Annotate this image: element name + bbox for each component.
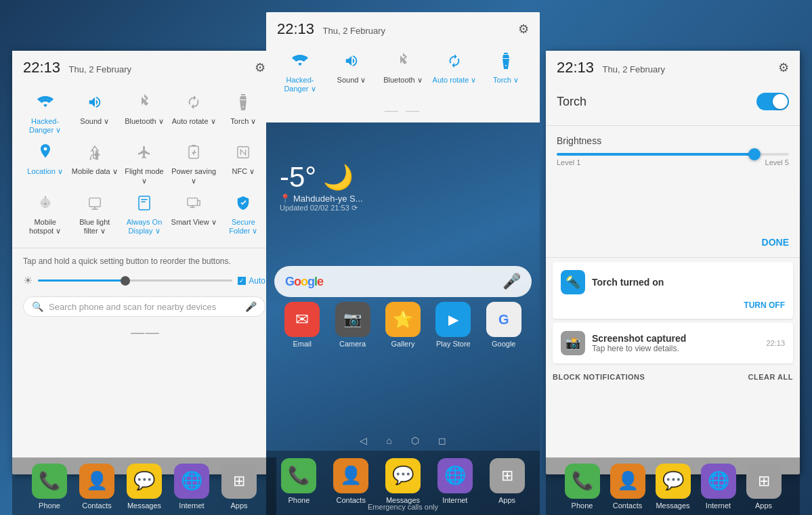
divider-right-1 (546, 125, 800, 126)
search-bar-left[interactable]: 🔍 Search phone and scan for nearby devic… (23, 296, 265, 317)
qs-sound[interactable]: Sound ∨ (72, 87, 118, 135)
drag-handle-left: — — (12, 322, 276, 343)
qs-securefolder[interactable]: Secure Folder ∨ (220, 188, 266, 236)
torch-notif-header: 🔦 Torch turned on (561, 270, 785, 294)
qs-torch[interactable]: Torch ∨ (220, 87, 266, 135)
app-camera-center[interactable]: 📷 Camera (335, 302, 370, 348)
center-sound-icon (337, 46, 366, 76)
auto-checkbox[interactable]: ✓ (238, 277, 246, 285)
dock-contacts-right[interactable]: 👤 Contacts (610, 464, 645, 510)
brightness-icon-left: ☀ (23, 274, 33, 287)
dock-internet-left[interactable]: 🌐 Internet (174, 464, 209, 510)
dock-phone-left[interactable]: 📞 Phone (32, 464, 67, 510)
dock-internet-label-right: Internet (706, 501, 731, 510)
qs-center-wifi[interactable]: Hacked-Danger ∨ (277, 46, 323, 93)
time-left: 22:13 (23, 59, 60, 76)
center-wifi-icon (285, 46, 315, 76)
dock-messages-label-right: Messages (656, 501, 689, 510)
brightness-fill-left (38, 279, 125, 282)
qs-mobiledata[interactable]: Mobile data ∨ (72, 137, 118, 185)
qs-bluelightfilter[interactable]: Blue light filter ∨ (72, 188, 118, 236)
qs-smartview[interactable]: Smart View ∨ (171, 188, 217, 236)
qs-center-autorotate[interactable]: Auto rotate ∨ (431, 46, 477, 93)
qs-powersaving[interactable]: Power saving ∨ (171, 137, 217, 185)
done-button[interactable]: DONE (546, 231, 800, 253)
brightness-min: Level 1 (557, 158, 580, 166)
contacts-icon-right: 👤 (610, 464, 645, 499)
mic-icon-center[interactable]: 🎤 (503, 273, 521, 290)
divider-1 (12, 248, 276, 248)
brightness-bar-right[interactable] (557, 153, 789, 156)
svg-rect-10 (141, 201, 146, 202)
nav-recent-center[interactable]: ◻ (438, 435, 446, 446)
brightness-slider-left[interactable] (38, 279, 232, 282)
dock-internet-center[interactable]: 🌐 Internet (437, 458, 473, 504)
qs-row-3: Mobile hotspot ∨ Blue light filter ∨ Alw… (20, 188, 268, 236)
torch-toggle[interactable] (756, 93, 789, 110)
torch-notif-title: Torch turned on (592, 277, 785, 288)
settings-icon-right[interactable]: ⚙ (778, 60, 789, 75)
qs-nfc[interactable]: NFC ∨ (220, 137, 266, 185)
dock-apps-center[interactable]: ⊞ Apps (490, 458, 525, 504)
dock-messages-right[interactable]: 💬 Messages (656, 464, 691, 510)
phone-icon-right: 📞 (565, 464, 600, 499)
securefolder-icon (228, 188, 258, 218)
screenshot-notif-icon: 📸 (561, 331, 585, 355)
dock-contacts-center[interactable]: 👤 Contacts (333, 458, 368, 504)
dock-messages-center[interactable]: 💬 Messages (385, 458, 421, 504)
turn-off-button[interactable]: TURN OFF (744, 300, 785, 310)
qs-bluetooth-label: Bluetooth ∨ (125, 117, 164, 126)
dock-internet-right[interactable]: 🌐 Internet (701, 464, 736, 510)
screenshot-notification: 📸 Screenshot captured Tap here to view d… (553, 323, 793, 363)
contacts-icon-center: 👤 (333, 458, 368, 493)
qs-wifi[interactable]: Hacked-Danger ∨ (22, 87, 68, 135)
qs-autorotate[interactable]: Auto rotate ∨ (171, 87, 217, 135)
center-bluetooth-icon (388, 46, 418, 76)
center-wifi-label: Hacked-Danger ∨ (277, 76, 323, 93)
nav-dots-center[interactable]: ⬡ (411, 435, 419, 446)
nav-home-center[interactable]: ⌂ (386, 435, 391, 446)
torch-notification: 🔦 Torch turned on TURN OFF (553, 262, 793, 319)
app-playstore-center[interactable]: ▶ Play Store (435, 302, 471, 348)
qs-center-sound[interactable]: Sound ∨ (328, 46, 375, 93)
block-notifications-button[interactable]: BLOCK NOTIFICATIONS (553, 373, 645, 381)
settings-icon-center[interactable]: ⚙ (518, 22, 529, 37)
app-row-center: ✉ Email 📷 Camera ⭐ Gallery ▶ Play Store … (266, 302, 540, 348)
date-center: Thu, 2 February (323, 26, 386, 36)
dock-phone-center[interactable]: 📞 Phone (281, 458, 316, 504)
torch-notif-icon: 🔦 (561, 270, 585, 294)
app-google-center[interactable]: G Google (486, 302, 521, 348)
qs-center-bluetooth[interactable]: Bluetooth ∨ (380, 46, 426, 93)
qs-bluetooth[interactable]: Bluetooth ∨ (121, 87, 167, 135)
weather-location-center: 📍 Mahdudeh-ye S... (280, 194, 363, 204)
hint-text: Tap and hold a quick setting button to r… (12, 252, 276, 270)
drag-handle-center: — — (266, 102, 540, 122)
weather-updated-center: Updated 02/02 21:53 ⟳ (280, 204, 363, 212)
dock-apps-left[interactable]: ⊞ Apps (221, 464, 257, 510)
qs-center-torch[interactable]: Torch ∨ (483, 46, 529, 93)
dock-contacts-left[interactable]: 👤 Contacts (79, 464, 114, 510)
dock-apps-right[interactable]: ⊞ Apps (746, 464, 782, 510)
qs-flightmode[interactable]: Flight mode ∨ (121, 137, 167, 185)
qs-location[interactable]: Location ∨ (22, 137, 68, 185)
spacer-right (546, 177, 800, 231)
qs-mobilehotspot[interactable]: Mobile hotspot ∨ (22, 188, 68, 236)
bluelight-icon (80, 188, 110, 218)
autorotate-icon (179, 87, 209, 117)
google-search-center[interactable]: Google 🎤 (274, 266, 532, 297)
app-gallery-center[interactable]: ⭐ Gallery (385, 302, 421, 348)
mic-icon-left[interactable]: 🎤 (245, 301, 257, 312)
settings-icon-left[interactable]: ⚙ (255, 60, 265, 75)
qs-mobiledata-label: Mobile data ∨ (72, 167, 118, 176)
app-email-center[interactable]: ✉ Email (284, 302, 320, 348)
time-date-right: 22:13 Thu, 2 February (557, 59, 665, 76)
dock-messages-left[interactable]: 💬 Messages (127, 464, 162, 510)
camera-label-center: Camera (339, 340, 366, 348)
dock-phone-right[interactable]: 📞 Phone (565, 464, 600, 510)
clear-all-button[interactable]: CLEAR ALL (748, 373, 793, 381)
nav-back-center[interactable]: ◁ (360, 435, 367, 446)
phone-icon-left: 📞 (32, 464, 67, 499)
qs-alwayson[interactable]: Always On Display ∨ (121, 188, 167, 236)
gallery-icon-center: ⭐ (385, 302, 421, 337)
center-notification-panel: 22:13 Thu, 2 February ⚙ Hacked-Danger ∨ (266, 12, 540, 122)
